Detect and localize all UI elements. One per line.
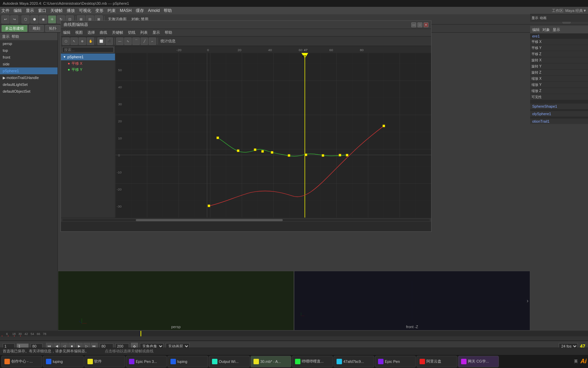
ce-menu-display[interactable]: 显示 bbox=[152, 30, 160, 35]
curve-tree-psphere1[interactable]: ▼ pSphere1 bbox=[61, 53, 115, 60]
close-btn[interactable]: ✕ bbox=[424, 22, 428, 27]
ce-menu-view[interactable]: 视图 bbox=[75, 30, 83, 35]
move-btn[interactable]: ✛ bbox=[48, 15, 56, 24]
cb-btn-anim[interactable]: 动画 bbox=[540, 16, 546, 20]
minimize-btn[interactable]: — bbox=[411, 22, 416, 27]
outliner-item-persp[interactable]: persp bbox=[0, 40, 58, 47]
menu-constrain[interactable]: 约束 bbox=[108, 8, 116, 14]
curve-editor-scrollbar[interactable] bbox=[61, 218, 431, 222]
outliner-item-psphere1[interactable]: pSphere1 bbox=[0, 67, 58, 74]
cb-attr-scalex[interactable]: 缩放 X bbox=[530, 76, 588, 82]
ce-btn-tangent-step[interactable]: ⌐ bbox=[149, 37, 156, 45]
ce-btn-frame2[interactable]: ⬛ bbox=[105, 37, 113, 45]
curve-channel-translatey[interactable]: ● 平移 Y bbox=[61, 66, 115, 73]
ce-btn-select[interactable]: ↖ bbox=[70, 37, 78, 45]
ce-btn-tangent-spline[interactable]: ⌒ bbox=[132, 37, 140, 45]
ce-btn-key[interactable]: ⬡ bbox=[62, 37, 70, 45]
menu-keyframe[interactable]: 关键帧 bbox=[50, 8, 63, 14]
cb-attr-rotatex[interactable]: 旋转 X bbox=[530, 57, 588, 63]
tab-modeling[interactable]: 多边形建模 bbox=[1, 25, 28, 32]
redo-btn[interactable]: ↪ bbox=[10, 15, 18, 24]
ce-btn-pan[interactable]: ✋ bbox=[87, 37, 94, 45]
paint-btn[interactable]: ◉ bbox=[39, 15, 47, 24]
scrollbar-thumb[interactable] bbox=[136, 219, 283, 221]
ce-menu-help[interactable]: 帮助 bbox=[165, 30, 172, 35]
outliner-item-defaultlightset[interactable]: defaultLightSet bbox=[0, 81, 58, 88]
ce-menu-list[interactable]: 列表 bbox=[140, 30, 148, 35]
menu-visualize[interactable]: 可视化 bbox=[79, 8, 91, 14]
viewport-front[interactable]: front -Z › bbox=[294, 271, 530, 331]
taskbar: 创作中心 - ... luping 软件 Epic Pen 3... lupin… bbox=[0, 354, 588, 368]
scrollbar-track[interactable] bbox=[62, 219, 430, 221]
menu-window[interactable]: 窗口 bbox=[38, 8, 46, 14]
menu-playback[interactable]: 播放 bbox=[67, 8, 75, 14]
svg-rect-36 bbox=[339, 154, 341, 156]
outliner-display-menu[interactable]: 显示 bbox=[2, 34, 10, 39]
outliner-help-menu[interactable]: 帮助 bbox=[12, 34, 19, 39]
outliner-panel: 显示 帮助 persp top front side pSphere1 ▶ mo… bbox=[0, 33, 58, 331]
taskbar-item-3[interactable]: Epic Pen 3... bbox=[126, 356, 167, 367]
viewport-persp[interactable]: persp bbox=[58, 271, 294, 331]
menu-edit[interactable]: 编辑 bbox=[14, 8, 22, 14]
menu-file[interactable]: 文件 bbox=[1, 8, 10, 14]
outliner-item-side[interactable]: side bbox=[0, 61, 58, 67]
cb-attr-translatey[interactable]: 平移 Y bbox=[530, 45, 588, 51]
tab-topology[interactable]: 拓扑 bbox=[45, 25, 60, 32]
menu-arnold[interactable]: Arnold bbox=[148, 8, 160, 13]
taskbar-item-2[interactable]: 软件 bbox=[84, 356, 125, 367]
taskbar-item-6[interactable]: 30.mb* - A... bbox=[250, 356, 291, 367]
cb-btn-show[interactable]: 显示 bbox=[532, 16, 538, 20]
lasso-btn[interactable]: ⬢ bbox=[30, 15, 38, 24]
menu-help[interactable]: 帮助 bbox=[164, 8, 172, 14]
cb-object-name: ere1 bbox=[530, 33, 588, 39]
undo-btn[interactable]: ↩ bbox=[1, 15, 10, 24]
curve-graph[interactable]: -20 0 20 40 47 60 60 80 50 40 30 20 10 0… bbox=[115, 46, 431, 218]
timeline-area[interactable]: 6 18 30 42 54 66 78 2 4 6 8 10 12 14 16 … bbox=[0, 331, 588, 341]
tab-sculpt[interactable]: 雕刻 bbox=[29, 25, 44, 32]
taskbar-item-8[interactable]: 47afd7bc9... bbox=[333, 356, 374, 367]
cb-attr-translatez[interactable]: 平移 Z bbox=[530, 51, 588, 57]
cb-attr-scalez[interactable]: 缩放 Z bbox=[530, 88, 588, 94]
cb-tab-object[interactable]: 对象 bbox=[542, 27, 550, 32]
menu-display[interactable]: 显示 bbox=[26, 8, 34, 14]
cb-attr-scaley[interactable]: 缩放 Y bbox=[530, 82, 588, 88]
curve-channel-translatex[interactable]: ● 平移 X bbox=[61, 60, 115, 66]
cb-tab-edit[interactable]: 编辑 bbox=[532, 27, 540, 32]
ce-btn-frame[interactable]: ⬜ bbox=[97, 37, 105, 45]
ce-btn-tangent-flat[interactable]: — bbox=[116, 37, 124, 45]
cb-attr-visibility[interactable]: 可见性 bbox=[530, 94, 588, 100]
maximize-btn[interactable]: □ bbox=[418, 22, 422, 27]
ce-stats-label[interactable]: 统计信息 bbox=[159, 39, 177, 44]
timeline-track[interactable]: 6 18 30 42 54 66 78 2 4 6 8 10 12 14 16 … bbox=[0, 331, 588, 340]
outliner-item-top[interactable]: top bbox=[0, 47, 58, 54]
outliner-item-motiontrail[interactable]: ▶ motionTrail1Handle bbox=[0, 74, 58, 81]
select-btn[interactable]: ⬡ bbox=[21, 15, 30, 24]
cb-attr-rotatey[interactable]: 旋转 Y bbox=[530, 63, 588, 70]
ce-menu-curves[interactable]: 曲线 bbox=[100, 30, 107, 35]
taskbar-item-4[interactable]: luping bbox=[167, 356, 208, 367]
taskbar-item-7[interactable]: 哔哩哔哩直... bbox=[292, 356, 333, 367]
ce-btn-tangent-auto[interactable]: ∿ bbox=[124, 37, 132, 45]
ce-menu-edit[interactable]: 编辑 bbox=[63, 30, 70, 35]
outliner-item-front[interactable]: front bbox=[0, 54, 58, 61]
cb-attr-translatex[interactable]: 平移 X bbox=[530, 39, 588, 45]
menu-cache[interactable]: 缓存 bbox=[136, 8, 144, 14]
curve-search-input[interactable] bbox=[62, 47, 114, 52]
outliner-item-defaultobjectset[interactable]: defaultObjectSet bbox=[0, 88, 58, 95]
taskbar-item-11[interactable]: 网关 CG学... bbox=[458, 356, 499, 367]
ce-btn-zoom[interactable]: ⊕ bbox=[79, 37, 86, 45]
cb-attr-rotatez[interactable]: 旋转 Z bbox=[530, 70, 588, 76]
menu-mash[interactable]: MASH bbox=[120, 8, 132, 13]
taskbar-item-5[interactable]: Output Wi... bbox=[209, 356, 250, 367]
viewport-right-arrow[interactable]: › bbox=[527, 298, 528, 304]
ce-menu-select[interactable]: 选择 bbox=[87, 30, 95, 35]
ce-menu-keyframe[interactable]: 关键帧 bbox=[112, 30, 123, 35]
taskbar-item-0[interactable]: 创作中心 - ... bbox=[1, 356, 42, 367]
taskbar-item-1[interactable]: luping bbox=[43, 356, 84, 367]
taskbar-item-9[interactable]: Epic Pen bbox=[375, 356, 416, 367]
ce-menu-tangent[interactable]: 切线 bbox=[128, 30, 135, 35]
ce-btn-tangent-linear[interactable]: ╱ bbox=[141, 37, 148, 45]
cb-tab-display[interactable]: 显示 bbox=[553, 27, 560, 32]
menu-deform[interactable]: 变形 bbox=[95, 8, 103, 14]
taskbar-item-10[interactable]: 阿里云盘 bbox=[416, 356, 457, 367]
